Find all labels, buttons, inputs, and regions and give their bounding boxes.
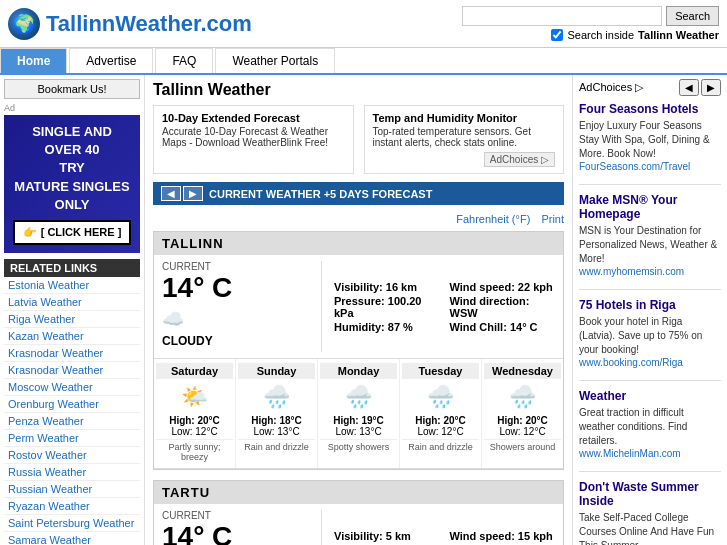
ad4-desc: Great traction in difficult weather cond… — [579, 406, 721, 448]
nav-home[interactable]: Home — [0, 48, 67, 73]
link-krasnodar1[interactable]: Krasnodar Weather — [4, 345, 140, 362]
fahrenheit-link[interactable]: Fahrenheit (°F) — [456, 213, 530, 225]
print-link[interactable]: Print — [541, 213, 564, 225]
adchoices-button-promo[interactable]: AdChoices ▷ — [484, 152, 555, 167]
bookmark-button[interactable]: Bookmark Us! — [4, 79, 140, 99]
tallinn-pressure: Pressure: 100.20 kPa — [334, 295, 440, 319]
link-orenburg[interactable]: Orenburg Weather — [4, 396, 140, 413]
ad3-url[interactable]: www.booking.com/Riga — [579, 357, 721, 368]
tallinn-details: Visibility: 16 km Wind speed: 22 kph Pre… — [322, 261, 555, 352]
link-rostov[interactable]: Rostov Weather — [4, 447, 140, 464]
ad3-title[interactable]: 75 Hotels in Riga — [579, 298, 721, 312]
ad-four-seasons: Four Seasons Hotels Enjoy Luxury Four Se… — [579, 102, 721, 172]
tartu-windspeed: Wind speed: 15 kph — [450, 530, 556, 542]
logo-area: 🌍 TallinnWeather.com — [8, 8, 252, 40]
ad3-desc: Book your hotel in Riga (Latvia). Save u… — [579, 315, 721, 357]
tallinn-wed-icon: 🌧️ — [484, 382, 561, 412]
ad1-url[interactable]: FourSeasons.com/Travel — [579, 161, 721, 172]
tallinn-mon-icon: 🌧️ — [320, 382, 397, 412]
link-penza[interactable]: Penza Weather — [4, 413, 140, 430]
ad1-title[interactable]: Four Seasons Hotels — [579, 102, 721, 116]
link-latvia[interactable]: Latvia Weather — [4, 294, 140, 311]
ad-summer: Don't Waste Summer Inside Take Self-Pace… — [579, 480, 721, 545]
ad-line3: MATURE SINGLES ONLY — [12, 178, 132, 214]
right-ads: AdChoices ▷ ◀ ▶ Four Seasons Hotels Enjo… — [572, 75, 727, 545]
link-samara[interactable]: Samara Weather — [4, 532, 140, 545]
tartu-current-label: CURRENT — [162, 510, 313, 521]
link-estonia[interactable]: Estonia Weather — [4, 277, 140, 294]
page-title: Tallinn Weather — [153, 81, 564, 99]
tallinn-current-temp: 14° C — [162, 272, 313, 304]
tallinn-day-monday: Monday 🌧️ High: 19°CLow: 13°C Spotty sho… — [318, 359, 400, 468]
ad-line1: SINGLE AND OVER 40 — [12, 123, 132, 159]
banner-left-arrow[interactable]: ◀ — [161, 186, 181, 201]
tallinn-current-label: CURRENT — [162, 261, 313, 272]
sidebar-ad-banner[interactable]: SINGLE AND OVER 40 TRY MATURE SINGLES ON… — [4, 115, 140, 253]
ad1-desc: Enjoy Luxury Four Seasons Stay With Spa,… — [579, 119, 721, 161]
globe-icon: 🌍 — [8, 8, 40, 40]
link-kazan[interactable]: Kazan Weather — [4, 328, 140, 345]
forecast-promo-box2: Temp and Humidity Monitor Top-rated temp… — [364, 105, 565, 174]
nav-faq[interactable]: FAQ — [155, 48, 213, 73]
link-ryazan[interactable]: Ryazan Weather — [4, 498, 140, 515]
ad4-url[interactable]: www.MichelinMan.com — [579, 448, 721, 459]
forecast-box1-title[interactable]: 10-Day Extended Forecast — [162, 112, 345, 124]
ad-divider-1 — [579, 184, 721, 185]
forecast-promo-section: 10-Day Extended Forecast Accurate 10-Day… — [153, 105, 564, 174]
ad-line2: TRY — [59, 159, 85, 177]
ad-weather: Weather Great traction in difficult weat… — [579, 389, 721, 459]
forecast-box1-desc: Accurate 10-Day Forecast & Weather Maps … — [162, 126, 345, 148]
ad-divider-3 — [579, 380, 721, 381]
search-inside-checkbox[interactable] — [551, 29, 563, 41]
ad-next-arrow[interactable]: ▶ — [701, 79, 721, 96]
banner-text: CURRENT WEATHER +5 DAYS FORECAST — [209, 188, 432, 200]
link-riga[interactable]: Riga Weather — [4, 311, 140, 328]
search-input[interactable] — [462, 6, 662, 26]
related-links: Estonia Weather Latvia Weather Riga Weat… — [4, 277, 140, 545]
ad-msn: Make MSN® Your Homepage MSN is Your Dest… — [579, 193, 721, 277]
tallinn-sun-icon: 🌧️ — [238, 382, 315, 412]
tallinn-day-saturday: Saturday 🌤️ High: 20°CLow: 12°C Partly s… — [154, 359, 236, 468]
ad2-title[interactable]: Make MSN® Your Homepage — [579, 193, 721, 221]
ad2-url[interactable]: www.myhomemsin.com — [579, 266, 721, 277]
link-perm[interactable]: Perm Weather — [4, 430, 140, 447]
tallinn-forecast-row: Saturday 🌤️ High: 20°CLow: 12°C Partly s… — [154, 359, 563, 469]
tartu-details: Visibility: 5 km Wind speed: 15 kph Pres… — [322, 510, 555, 545]
ad-click-here[interactable]: 👉 [ CLICK HERE ] — [13, 220, 132, 245]
ad4-title[interactable]: Weather — [579, 389, 721, 403]
adchoices-label: AdChoices ▷ — [579, 81, 643, 94]
ad5-desc: Take Self-Paced College Courses Online A… — [579, 511, 721, 545]
tartu-visibility: Visibility: 5 km — [334, 530, 440, 542]
tartu-section: TARTU CURRENT 14° C ⛅ Clouds and sun Vis… — [153, 480, 564, 545]
tallinn-day-sunday: Sunday 🌧️ High: 18°CLow: 13°C Rain and d… — [236, 359, 318, 468]
tallinn-current-icon: ☁️ — [162, 308, 313, 330]
navigation: Home Advertise FAQ Weather Portals — [0, 48, 727, 75]
tallinn-section: TALLINN CURRENT 14° C ☁️ CLOUDY Visibili… — [153, 231, 564, 470]
tallinn-windchill: Wind Chill: 14° C — [450, 321, 556, 333]
link-spb[interactable]: Saint Petersburg Weather — [4, 515, 140, 532]
link-russian[interactable]: Russian Weather — [4, 481, 140, 498]
tallinn-day-wednesday: Wednesday 🌧️ High: 20°CLow: 12°C Showers… — [482, 359, 563, 468]
nav-advertise[interactable]: Advertise — [69, 48, 153, 73]
nav-weather-portals[interactable]: Weather Portals — [215, 48, 335, 73]
site-logo[interactable]: TallinnWeather.com — [46, 11, 252, 37]
tallinn-sat-icon: 🌤️ — [156, 382, 233, 412]
search-row: Search — [462, 6, 719, 26]
forecast-box2-title[interactable]: Temp and Humidity Monitor — [373, 112, 556, 124]
tartu-current-temp: 14° C — [162, 521, 313, 545]
tallinn-header: TALLINN — [154, 232, 563, 255]
search-button[interactable]: Search — [666, 6, 719, 26]
header: 🌍 TallinnWeather.com Search Search insid… — [0, 0, 727, 48]
tallinn-humidity: Humidity: 87 % — [334, 321, 440, 333]
link-moscow[interactable]: Moscow Weather — [4, 379, 140, 396]
forecast-box2-desc: Top-rated temperature sensors. Get insta… — [373, 126, 556, 148]
related-links-title: RELATED LINKS — [4, 259, 140, 277]
ad-prev-arrow[interactable]: ◀ — [679, 79, 699, 96]
ad-divider-2 — [579, 289, 721, 290]
search-area: Search Search inside Tallinn Weather — [462, 6, 719, 41]
link-russia[interactable]: Russia Weather — [4, 464, 140, 481]
ad5-title[interactable]: Don't Waste Summer Inside — [579, 480, 721, 508]
tartu-header: TARTU — [154, 481, 563, 504]
banner-right-arrow[interactable]: ▶ — [183, 186, 203, 201]
link-krasnodar2[interactable]: Krasnodar Weather — [4, 362, 140, 379]
